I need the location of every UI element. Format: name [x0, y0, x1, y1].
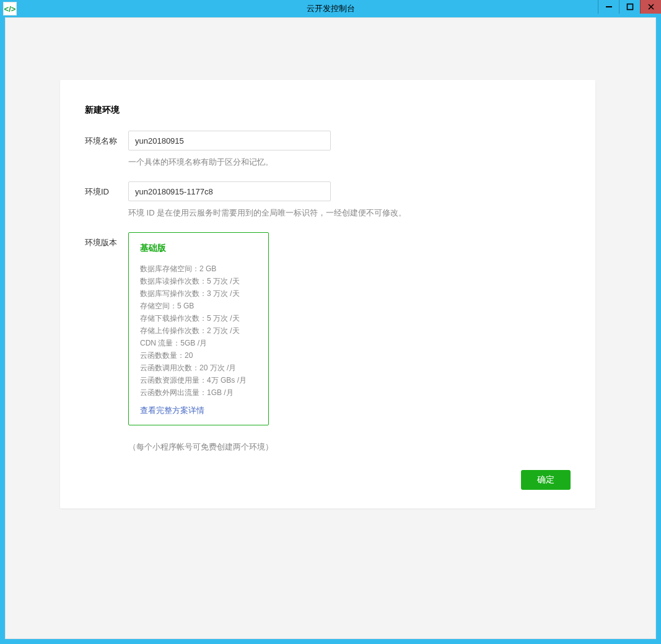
plan-note: （每个小程序帐号可免费创建两个环境） [128, 442, 571, 453]
plan-item: 云函数数量：20 [140, 349, 257, 362]
plan-item: 存储空间：5 GB [140, 300, 257, 312]
window-title: 云开发控制台 [307, 3, 355, 14]
env-id-input[interactable] [128, 181, 331, 201]
env-name-row: 环境名称 [85, 131, 571, 150]
env-name-input[interactable] [128, 131, 331, 150]
minimize-button[interactable] [598, 0, 619, 14]
confirm-button[interactable]: 确定 [521, 470, 571, 490]
env-name-hint: 一个具体的环境名称有助于区分和记忆。 [128, 157, 571, 168]
env-id-label: 环境ID [85, 181, 128, 198]
plan-item: CDN 流量：5GB /月 [140, 337, 257, 349]
close-button[interactable] [640, 0, 661, 14]
env-version-row: 环境版本 基础版 数据库存储空间：2 GB 数据库读操作次数：5 万次 /天 数… [85, 232, 571, 425]
plan-item: 云函数外网出流量：1GB /月 [140, 386, 257, 399]
card-title: 新建环境 [85, 105, 571, 116]
plan-item: 云函数资源使用量：4万 GBs /月 [140, 374, 257, 386]
window-controls [598, 0, 661, 14]
svg-rect-0 [606, 6, 612, 7]
plan-item: 数据库读操作次数：5 万次 /天 [140, 275, 257, 287]
app-window: </> 云开发控制台 新建环境 环境名称 一个具体的环境名称有助于区分和记忆。 [0, 0, 661, 644]
env-version-label: 环境版本 [85, 232, 128, 248]
app-icon: </> [3, 2, 17, 15]
plan-item: 数据库写操作次数：3 万次 /天 [140, 287, 257, 300]
titlebar: </> 云开发控制台 [0, 0, 661, 17]
maximize-icon [626, 3, 634, 11]
maximize-button[interactable] [619, 0, 640, 14]
plan-box[interactable]: 基础版 数据库存储空间：2 GB 数据库读操作次数：5 万次 /天 数据库写操作… [128, 232, 269, 425]
close-icon [647, 3, 655, 11]
card-footer: 确定 [85, 470, 571, 490]
plan-item: 云函数调用次数：20 万次 /月 [140, 362, 257, 374]
plan-details-link[interactable]: 查看完整方案详情 [140, 405, 204, 416]
plan-item: 存储下载操作次数：5 万次 /天 [140, 312, 257, 324]
svg-rect-1 [627, 4, 633, 10]
env-id-hint: 环境 ID 是在使用云服务时需要用到的全局唯一标识符，一经创建便不可修改。 [128, 207, 571, 219]
plan-item: 存储上传操作次数：2 万次 /天 [140, 324, 257, 337]
plan-title: 基础版 [140, 243, 257, 254]
minimize-icon [605, 3, 613, 11]
env-name-label: 环境名称 [85, 131, 128, 147]
new-environment-card: 新建环境 环境名称 一个具体的环境名称有助于区分和记忆。 环境ID 环境 ID … [60, 80, 595, 508]
env-id-row: 环境ID [85, 181, 571, 201]
plan-item: 数据库存储空间：2 GB [140, 263, 257, 275]
content-area: 新建环境 环境名称 一个具体的环境名称有助于区分和记忆。 环境ID 环境 ID … [5, 17, 656, 639]
